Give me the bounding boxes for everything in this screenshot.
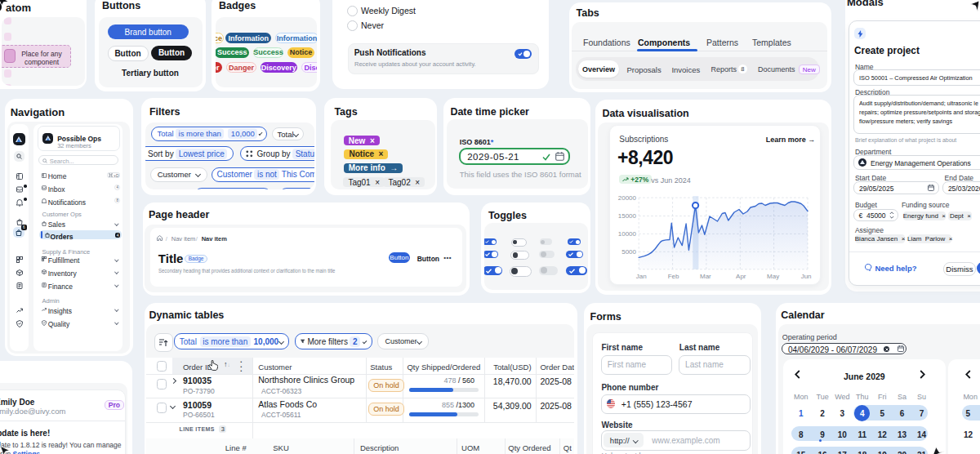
svg-text:Mar: Mar [700, 273, 711, 280]
svg-text:Jan: Jan [636, 273, 647, 280]
svg-text:Jun: Jun [800, 273, 811, 280]
svg-text:May: May [767, 273, 779, 280]
svg-text:5000: 5000 [621, 248, 636, 256]
svg-text:20000: 20000 [617, 194, 636, 202]
svg-text:10000: 10000 [617, 230, 636, 238]
svg-text:Apr: Apr [736, 273, 746, 280]
svg-text:15000: 15000 [617, 212, 636, 220]
svg-text:Feb: Feb [667, 273, 679, 280]
